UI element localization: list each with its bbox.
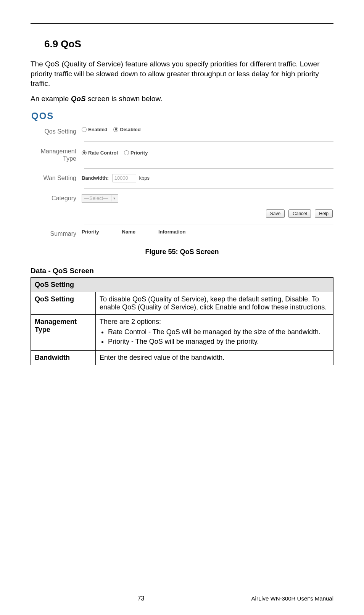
category-label: Category [31,193,80,202]
help-button[interactable]: Help [315,209,333,218]
save-button[interactable]: Save [266,209,285,218]
radio-icon [82,127,87,132]
mgmt-rate-radio[interactable]: Rate Control [82,150,118,156]
mgmt-priority-radio[interactable]: Priority [124,150,148,156]
radio-icon [124,150,129,155]
manual-title: AirLive WN-300R User's Manual [251,595,333,602]
top-rule [31,23,333,24]
radio-icon [113,127,118,132]
figure-caption: Figure 55: QoS Screen [31,248,333,256]
table-row: QoS Setting To disable QoS (Quality of S… [31,292,333,314]
qos-screenshot: QOS Qos Setting Enabled Disabled Managem… [31,111,333,241]
page-number: 73 [31,595,251,602]
wan-setting-label: Wan Setting [31,173,80,182]
summary-col-information: Information [158,229,186,235]
summary-label: Summary [31,229,80,237]
table-value: Enter the desired value of the bandwidth… [96,350,333,365]
table-row: Management Type There are 2 options: Rat… [31,314,333,350]
table-value: There are 2 options: Rate Control - The … [96,314,333,350]
qos-disabled-radio[interactable]: Disabled [113,127,140,132]
bandwidth-label: Bandwidth: [82,175,109,181]
qos-enabled-radio[interactable]: Enabled [82,127,108,132]
mgmt-option-priority: Priority - The QoS will be managed by th… [108,338,329,346]
qos-disabled-label: Disabled [120,127,140,132]
chevron-down-icon: ▾ [111,195,117,201]
divider [84,141,333,142]
table-section-header: QoS Setting [31,277,333,292]
bandwidth-unit: kbps [139,175,150,181]
table-key: Bandwidth [31,350,96,365]
data-table-heading: Data - QoS Screen [31,267,333,275]
table-row: Bandwidth Enter the desired value of the… [31,350,333,365]
qos-setting-label: Qos Setting [31,127,80,135]
category-select[interactable]: —Select— ▾ [82,194,118,203]
mgmt-type-label: Management Type [31,146,80,162]
table-key: QoS Setting [31,292,96,314]
intro2-emph: QoS [71,95,86,103]
qos-enabled-label: Enabled [88,127,108,132]
table-key: Management Type [31,314,96,350]
summary-col-name: Name [122,229,135,235]
divider [84,224,333,224]
intro2-pre: An example [31,95,71,103]
mgmt-rate-label: Rate Control [88,150,118,156]
divider [84,188,333,189]
intro2-post: screen is shown below. [86,95,163,103]
summary-col-priority: Priority [82,229,99,235]
radio-icon [82,150,87,155]
mgmt-priority-label: Priority [130,150,148,156]
divider [84,168,333,169]
mgmt-intro: There are 2 options: [100,318,161,325]
cancel-button[interactable]: Cancel [288,209,311,218]
category-select-value: —Select— [84,195,108,201]
section-heading: 6.9 QoS [44,38,333,50]
intro-paragraph-1: The QoS (Quality of Service) feature all… [31,59,333,89]
qos-panel-title: QOS [31,111,333,121]
table-value: To disable QoS (Quality of Service), kee… [96,292,333,314]
mgmt-option-rate: Rate Control - The QoS will be managed b… [108,328,329,336]
qos-data-table: QoS Setting QoS Setting To disable QoS (… [31,277,333,365]
bandwidth-input[interactable] [113,174,136,182]
page-footer: 73 AirLive WN-300R User's Manual [31,595,333,602]
table-section-row: QoS Setting [31,277,333,292]
intro-paragraph-2: An example QoS screen is shown below. [31,94,333,104]
